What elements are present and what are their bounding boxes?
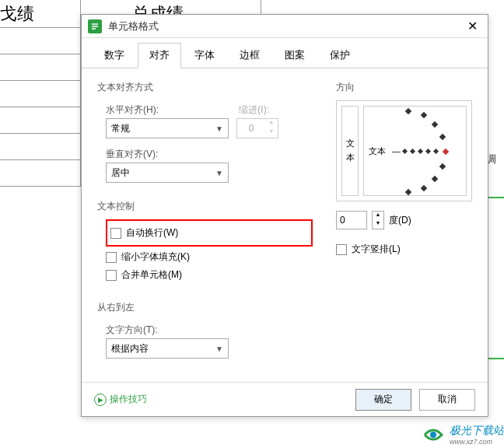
tab-protection[interactable]: 保护 — [318, 43, 362, 68]
degree-label: 度(D) — [389, 214, 411, 227]
ok-button[interactable]: 确定 — [355, 389, 411, 411]
degree-spinner[interactable]: ▲ ▼ — [372, 211, 384, 229]
vertical-text-button[interactable]: 文 本 — [341, 106, 359, 196]
dropdown-icon: ▼ — [215, 124, 223, 133]
tab-alignment[interactable]: 对齐 — [138, 43, 181, 68]
merge-cells-checkbox[interactable]: 合并单元格(M) — [106, 266, 313, 284]
v-align-label: 垂直对齐(V): — [106, 148, 158, 161]
dialog-title: 单元格格式 — [108, 19, 463, 33]
group-rtl: 从右到左 — [97, 296, 313, 317]
app-icon — [88, 19, 102, 33]
indent-down[interactable]: ▼ — [265, 128, 278, 138]
dropdown-icon: ▼ — [215, 169, 223, 177]
play-icon: ▶ — [94, 394, 107, 406]
indent-spinner[interactable]: ▲ ▼ — [236, 118, 278, 138]
dialog-tabs: 数字 对齐 字体 边框 图案 保护 — [82, 38, 488, 68]
v-align-select[interactable]: 居中 ▼ — [106, 163, 229, 183]
tab-number[interactable]: 数字 — [93, 43, 136, 68]
cell-format-dialog: 单元格格式 ✕ 数字 对齐 字体 边框 图案 保护 文本对齐方式 水平对齐(H)… — [81, 14, 488, 417]
group-text-alignment: 文本对齐方式 — [97, 76, 313, 97]
h-align-label: 水平对齐(H): — [106, 103, 159, 117]
group-text-control: 文本控制 — [97, 195, 313, 216]
text-dir-select[interactable]: 根据内容 ▼ — [106, 338, 229, 359]
text-dir-label: 文字方向(T): — [106, 324, 158, 337]
tab-border[interactable]: 边框 — [228, 43, 271, 68]
tab-font[interactable]: 字体 — [183, 43, 226, 68]
degree-input[interactable] — [336, 211, 367, 229]
watermark-icon — [420, 422, 446, 448]
close-button[interactable]: ✕ — [463, 17, 481, 36]
indent-up[interactable]: ▲ — [265, 119, 278, 128]
group-direction: 方向 — [336, 76, 472, 97]
tab-pattern[interactable]: 图案 — [273, 43, 317, 68]
dialog-titlebar: 单元格格式 ✕ — [82, 15, 488, 38]
degree-up[interactable]: ▲ — [373, 212, 383, 220]
cancel-button[interactable]: 取消 — [419, 389, 475, 411]
orientation-box: 文 本 文本 — — [336, 100, 472, 201]
dropdown-icon: ▼ — [215, 345, 223, 353]
indent-label: 缩进(I): — [239, 103, 269, 117]
tips-link[interactable]: ▶ 操作技巧 — [94, 393, 147, 406]
svg-point-1 — [430, 432, 436, 438]
watermark: 极光下载站 www.xz7.com — [420, 422, 504, 448]
angle-dial[interactable]: 文本 — — [363, 106, 467, 196]
h-align-select[interactable]: 常规 ▼ — [106, 118, 229, 138]
degree-down[interactable]: ▼ — [373, 220, 383, 229]
wrap-text-checkbox[interactable]: 自动换行(W) — [110, 224, 308, 242]
vertical-text-checkbox[interactable]: 文字竖排(L) — [336, 240, 472, 258]
shrink-fit-checkbox[interactable]: 缩小字体填充(K) — [106, 248, 313, 266]
